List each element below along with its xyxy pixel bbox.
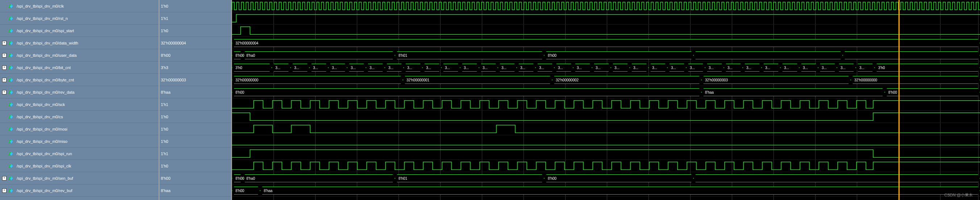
signal-name-label: /spi_drv_tb/spi_drv_m0/spi_run	[17, 151, 72, 156]
bus-label: 8'ha0	[247, 174, 255, 182]
expand-toggle[interactable]: +	[2, 65, 6, 70]
signal-name-row[interactable]: /spi_drv_tb/spi_drv_m0/spi_clk	[0, 160, 159, 172]
waveform-row[interactable]	[232, 111, 980, 123]
bus-label: 3...	[859, 64, 864, 72]
signal-value-row[interactable]: 32'h00000003	[159, 74, 231, 86]
signal-name-row[interactable]: +/spi_drv_tb/spi_drv_m0/user_data	[0, 49, 159, 61]
bus-segment: 3...	[592, 64, 611, 72]
bus-label: 8'haa	[264, 187, 272, 195]
waveform-row[interactable]	[232, 98, 980, 111]
bus-segment: 3...	[799, 64, 818, 72]
time-cursor[interactable]	[899, 0, 900, 200]
signal-name-row[interactable]: /spi_drv_tb/spi_drv_m0/clk	[0, 0, 159, 12]
signal-value-row[interactable]: 1'h1	[159, 12, 231, 25]
bus-segment: 32'h00000003	[702, 76, 851, 84]
signal-value-row[interactable]: 1'h1	[159, 98, 231, 111]
waveform-row[interactable]: 8'h008'ha08'h018'h00	[232, 172, 980, 184]
bus-segment: 3...	[762, 64, 780, 72]
signal-names-pane[interactable]: /spi_drv_tb/spi_drv_m0/clk/spi_drv_tb/sp…	[0, 0, 159, 200]
wave-viewer: /spi_drv_tb/spi_drv_m0/clk/spi_drv_tb/sp…	[0, 0, 980, 200]
signal-value-row[interactable]: 1'h0	[159, 25, 231, 37]
bus-segment: 8'h01	[395, 51, 544, 59]
waveform-row[interactable]: 8'h008'ha08'h018'h00	[232, 49, 980, 61]
waveform-row[interactable]	[232, 123, 980, 135]
bus-label: 8'h00	[235, 51, 244, 59]
expand-toggle[interactable]: +	[2, 189, 6, 193]
expand-toggle[interactable]: +	[2, 53, 6, 58]
signal-value-row[interactable]: 1'h0	[159, 111, 231, 123]
waveform-row[interactable]	[232, 12, 980, 25]
waveform-row[interactable]: 32'h00000004	[232, 37, 980, 49]
bus-segment: 32'h00000002	[552, 76, 702, 84]
bus-segment: 8'haa	[702, 88, 885, 96]
signal-name-row[interactable]: /spi_drv_tb/spi_drv_m0/sck	[0, 98, 159, 111]
signal-name-row[interactable]: /spi_drv_tb/spi_drv_m0/miso	[0, 135, 159, 148]
signal-value-label: 8'haa	[161, 189, 171, 193]
signal-value-row[interactable]: 1'h1	[159, 148, 231, 160]
bus-label: 3...	[388, 64, 393, 72]
signal-name-label: /spi_drv_tb/spi_drv_m0/user_data	[17, 53, 77, 58]
bus-label: 3...	[690, 64, 695, 72]
signal-values-pane[interactable]: 1'h01'h11'h032'h000000048'h003'h332'h000…	[159, 0, 232, 200]
bus-segment: 8'ha0	[243, 51, 395, 59]
bus-segment: 8'h00	[232, 187, 260, 195]
signal-value-row[interactable]: 1'h0	[159, 135, 231, 148]
signal-value-row[interactable]: 8'haa	[159, 86, 231, 98]
signal-name-row[interactable]: +/spi_drv_tb/spi_drv_m0/data_width	[0, 37, 159, 49]
signal-value-label: 1'h0	[161, 115, 168, 119]
bus-segment: 3'h0	[232, 64, 272, 72]
signal-value-label: 1'h1	[161, 151, 168, 156]
bus-segment: 32'h00000000	[232, 76, 403, 84]
signal-value-row[interactable]: 1'h0	[159, 160, 231, 172]
signal-value-row[interactable]: 1'h0	[159, 0, 231, 12]
signal-name-row[interactable]: /spi_drv_tb/spi_drv_m0/rst_n	[0, 12, 159, 25]
signal-value-label: 1'h1	[161, 102, 168, 107]
signal-name-row[interactable]: /spi_drv_tb/spi_drv_m0/spi_start	[0, 25, 159, 37]
waveform-row[interactable]	[232, 0, 980, 12]
expand-toggle[interactable]: +	[2, 90, 6, 94]
signal-wave-icon	[8, 90, 14, 95]
waveform-row[interactable]	[232, 25, 980, 37]
bus-segment: 3...	[667, 64, 686, 72]
signal-value-row[interactable]: 32'h00000004	[159, 37, 231, 49]
signal-name-row[interactable]: /spi_drv_tb/spi_drv_m0/mosi	[0, 123, 159, 135]
signal-value-row[interactable]: 8'h00	[159, 172, 231, 184]
waveform-row[interactable]: 32'h0000000032'h0000000132'h0000000232'h…	[232, 74, 980, 86]
signal-value-label: 8'h00	[161, 53, 171, 58]
bus-label: 3'h0	[878, 64, 885, 72]
signal-name-row[interactable]: +/spi_drv_tb/spi_drv_m0/byte_cnt	[0, 74, 159, 86]
signal-name-row[interactable]: +/spi_drv_tb/spi_drv_m0/rev_buf	[0, 184, 159, 197]
bus-label: 32'h00000004	[235, 39, 258, 47]
waveform-row[interactable]	[232, 135, 980, 148]
bus-segment: 3...	[724, 64, 743, 72]
bus-label: 8'h01	[399, 51, 407, 59]
signal-value-row[interactable]: 8'haa	[159, 184, 231, 197]
signal-value-row[interactable]: 1'h0	[159, 123, 231, 135]
expand-toggle[interactable]: +	[2, 41, 6, 45]
signal-name-row[interactable]: +/spi_drv_tb/spi_drv_m0/sen_buf	[0, 172, 159, 184]
bus-segment: 3...	[630, 64, 649, 72]
bus-segment: 8'h00	[232, 51, 243, 59]
signal-name-row[interactable]: /spi_drv_tb/spi_drv_m0/spi_run	[0, 148, 159, 160]
waveform-row[interactable]: 8'h008'haa8'h00	[232, 86, 980, 98]
bus-label: 3...	[558, 64, 563, 72]
bus-label: 8'h00	[235, 88, 244, 96]
waveform-row[interactable]: 8'h008'haa	[232, 184, 980, 197]
signal-value-row[interactable]: 3'h3	[159, 61, 231, 74]
bus-segment	[843, 51, 980, 59]
bus-segment: 32'h00000004	[232, 39, 980, 47]
signal-value-row[interactable]: 8'h00	[159, 49, 231, 61]
bus-label: 3...	[445, 64, 450, 72]
signal-name-row[interactable]: +/spi_drv_tb/spi_drv_m0/rev_data	[0, 86, 159, 98]
waveform-pane[interactable]: 32'h000000048'h008'ha08'h018'h003'h03...…	[232, 0, 980, 200]
bus-label: 3...	[765, 64, 770, 72]
waveform-row[interactable]: 3'h03...3...3...3...3...3...3...3...3...…	[232, 61, 980, 74]
bus-label: 8'haa	[705, 88, 714, 96]
signal-name-label: /spi_drv_tb/spi_drv_m0/sck	[17, 102, 65, 107]
waveform-row[interactable]	[232, 160, 980, 172]
expand-toggle[interactable]: +	[2, 78, 6, 82]
signal-name-row[interactable]: /spi_drv_tb/spi_drv_m0/cs	[0, 111, 159, 123]
expand-toggle[interactable]: +	[2, 176, 6, 181]
waveform-row[interactable]	[232, 148, 980, 160]
signal-name-row[interactable]: +/spi_drv_tb/spi_drv_m0/bit_cnt	[0, 61, 159, 74]
